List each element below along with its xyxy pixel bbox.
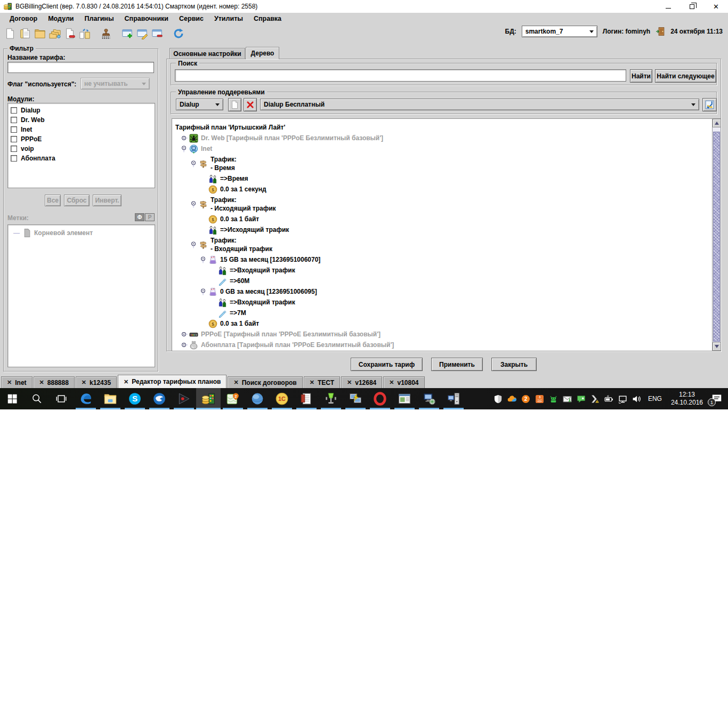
expand-handle-icon[interactable] [190, 200, 198, 208]
expand-handle-icon[interactable] [181, 331, 188, 338]
menu-plugins[interactable]: Плагины [79, 14, 119, 23]
taskbar-clock[interactable]: 12:13 24.10.2016 [669, 391, 705, 407]
tab-test[interactable]: ✕ТЕСТ [304, 376, 340, 388]
tree-node-0gb[interactable]: 0 GB за месяц [1236951006095] [175, 286, 711, 297]
mail-icon[interactable] [563, 394, 572, 404]
new-document-button[interactable] [3, 27, 17, 41]
checkbox-icon[interactable] [11, 107, 17, 114]
open-document-button[interactable] [18, 27, 32, 41]
module-item-dialup[interactable]: Dialup [8, 106, 155, 115]
tab-inet[interactable]: ✕Inet [1, 376, 33, 388]
filter-f-button[interactable]: Ф [135, 213, 144, 221]
checkbox-icon[interactable] [11, 146, 17, 152]
find-button[interactable]: Найти [630, 69, 652, 83]
checkbox-icon[interactable] [11, 126, 17, 133]
search-input[interactable] [175, 69, 626, 82]
checkbox-icon[interactable] [11, 136, 17, 142]
db-combo[interactable]: smartkom_7 [522, 26, 597, 37]
tab-888888[interactable]: ✕888888 [34, 376, 75, 388]
tab-v10804[interactable]: ✕v10804 [383, 376, 424, 388]
refresh-button[interactable] [172, 27, 185, 41]
tree-node[interactable]: 0.0 за 1 секунд [175, 184, 711, 195]
tree-node[interactable]: =>60M [175, 276, 711, 286]
tab-v12684[interactable]: ✕v12684 [341, 376, 382, 388]
scroll-down-button[interactable] [713, 342, 721, 351]
exit-door-icon[interactable] [656, 27, 665, 36]
start-button[interactable] [0, 388, 25, 409]
java-icon[interactable] [535, 394, 544, 404]
expand-handle-icon[interactable] [190, 241, 198, 248]
expand-handle-icon[interactable] [181, 341, 188, 349]
module-item-voip[interactable]: voip [8, 144, 155, 154]
subtree-move-button[interactable] [702, 98, 717, 111]
tab-tree[interactable]: Дерево [246, 47, 279, 59]
tab-main-settings[interactable]: Основные настройки [169, 48, 245, 59]
close-icon[interactable]: ✕ [7, 379, 12, 386]
stamp-button[interactable] [99, 27, 113, 41]
warning-icon[interactable] [591, 394, 600, 404]
tab-tariff-editor[interactable]: ✕Редактор тарифных планов [118, 375, 227, 388]
reset-button[interactable]: Сброс [64, 195, 90, 206]
taskbar-app-document[interactable] [294, 388, 319, 409]
menu-utility[interactable]: Утилиты [209, 14, 248, 23]
tree-node-traffic-in[interactable]: Трафик:- Входящий трафик [175, 235, 711, 254]
taskbar-app-opera[interactable] [368, 388, 392, 409]
tree-node-root[interactable]: Тарифный план 'Иртышский Лайт' [175, 122, 711, 133]
language-indicator[interactable]: ENG [646, 395, 664, 402]
close-icon[interactable]: ✕ [124, 378, 128, 385]
close-button[interactable]: ✕ [704, 0, 728, 13]
taskbar-app-window[interactable] [392, 388, 417, 409]
tree-node[interactable]: 0.0 за 1 байт [175, 214, 711, 224]
labels-root-item[interactable]: — Корневой элемент [8, 225, 155, 237]
robot-icon[interactable] [549, 394, 558, 404]
vertical-scrollbar[interactable] [712, 119, 721, 351]
expand-handle-icon[interactable] [200, 256, 207, 263]
taskbar-app-1c[interactable] [270, 388, 294, 409]
folders-button[interactable] [48, 27, 62, 41]
open-folder-button[interactable] [33, 27, 47, 41]
taskbar-app-2gis[interactable] [221, 388, 245, 409]
tree-node[interactable]: =>Входящий трафик [175, 297, 711, 308]
close-icon[interactable]: ✕ [310, 379, 314, 386]
taskbar-app-computer[interactable] [441, 388, 466, 409]
tree-node-15gb[interactable]: 15 GB за месяц [1236951006070] [175, 254, 711, 265]
module-item-drweb[interactable]: Dr. Web [8, 115, 155, 125]
close-icon[interactable]: ✕ [347, 379, 352, 386]
window-edit-button[interactable] [135, 27, 149, 41]
scroll-up-button[interactable] [713, 119, 721, 127]
module-item-inet[interactable]: Inet [8, 125, 155, 134]
menu-dogovor[interactable]: Договор [4, 14, 43, 23]
taskbar-app-media-player[interactable] [172, 388, 196, 409]
tree-node[interactable]: =>Входящий трафик [175, 265, 711, 276]
taskbar-app-sphere[interactable] [245, 388, 270, 409]
delete-document-button[interactable] [63, 27, 77, 41]
subtree-module-combo[interactable]: Dialup [176, 99, 223, 110]
apply-button[interactable]: Применить [431, 358, 483, 371]
subtree-delete-button[interactable] [244, 98, 257, 111]
menu-spravochniki[interactable]: Справочники [119, 14, 174, 23]
filter-r-button[interactable]: Р [145, 213, 155, 221]
flag-combo[interactable]: не учитывать [80, 78, 150, 90]
window-remove-button[interactable] [150, 27, 164, 41]
expand-handle-icon[interactable] [181, 134, 188, 142]
close-tab-button[interactable]: Закрыть [491, 358, 537, 371]
subtree-new-button[interactable] [228, 98, 241, 111]
taskbar-app-nod32[interactable] [319, 388, 343, 409]
taskbar-app-edge[interactable] [74, 388, 98, 409]
tree-node-traffic-out[interactable]: Трафик:- Исходящий трафик [175, 195, 711, 214]
window-add-button[interactable] [120, 27, 134, 41]
close-icon[interactable]: ✕ [82, 379, 86, 386]
taskbar-app-bgbilling[interactable] [196, 388, 221, 409]
2gis-tray-icon[interactable] [521, 394, 530, 404]
battery-icon[interactable] [604, 394, 613, 404]
menu-servis[interactable]: Сервис [174, 14, 209, 23]
tree-node[interactable]: =>Время [175, 173, 711, 184]
menu-spravka[interactable]: Справка [248, 14, 287, 23]
volume-icon[interactable] [632, 394, 641, 404]
module-item-pppoe[interactable]: PPPoE [8, 134, 155, 144]
checkbox-icon[interactable] [11, 117, 17, 123]
task-view-button[interactable] [49, 388, 74, 409]
checkbox-icon[interactable] [11, 155, 17, 162]
tree-node[interactable]: =>7M [175, 308, 711, 318]
close-icon[interactable]: ✕ [233, 379, 238, 386]
